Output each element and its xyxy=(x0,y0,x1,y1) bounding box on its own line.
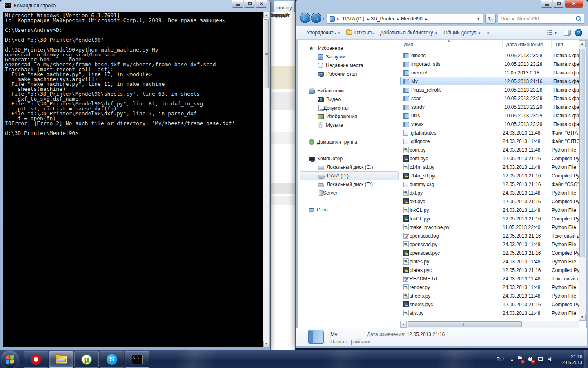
scroll-up-icon[interactable]: ▲ xyxy=(579,40,586,47)
file-row[interactable]: c14n_stl.pyc 12.05.2013 21:16 Compiled P… xyxy=(400,171,579,180)
file-row[interactable]: c14n_stl.py 24.03.2013 11:48 Python File xyxy=(400,163,579,171)
share-button[interactable]: Общий доступ xyxy=(440,28,483,38)
file-row[interactable]: openscad.log 12.05.2013 21:16 Текстовый … xyxy=(400,231,579,240)
scroll-thumb[interactable] xyxy=(579,49,585,257)
history-dropdown-icon[interactable]: ▾ xyxy=(323,17,324,20)
sidebar-item[interactable]: Сеть xyxy=(300,205,399,214)
clock[interactable]: 21:16 12.05.2013 xyxy=(558,354,582,365)
file-row[interactable]: stls.py 24.03.2013 11:48 Python File xyxy=(400,309,579,317)
cmd-titlebar[interactable]: Командная строка xyxy=(4,3,56,9)
file-row[interactable]: sheets.py 24.03.2013 11:48 Python File xyxy=(400,292,579,300)
more-commands-button[interactable]: » xyxy=(483,28,493,38)
taskbar-explorer-button[interactable] xyxy=(49,351,74,368)
address-dropdown-icon[interactable]: ▼ xyxy=(475,17,481,21)
taskbar-cmd-button[interactable] xyxy=(125,351,149,368)
search-input[interactable] xyxy=(498,15,575,23)
sidebar-item[interactable]: Изображения xyxy=(300,112,399,121)
sidebar-item[interactable]: Избранное xyxy=(300,44,399,52)
sidebar-item[interactable]: Музыка xyxy=(300,121,399,129)
sidebar-item[interactable]: Компьютер xyxy=(300,154,399,163)
taskbar-utorrent-button[interactable]: µ xyxy=(74,351,99,368)
file-row[interactable]: .gitattributes 24.03.2013 11:48 Файл "GI… xyxy=(400,128,579,137)
breadcrumb[interactable]: DATA (D:) xyxy=(342,15,370,23)
console-output[interactable]: Microsoft Windows [Version 6.1.7601] (c)… xyxy=(3,12,264,347)
column-header-type[interactable]: Тип xyxy=(552,40,579,49)
forward-button[interactable]: → xyxy=(311,13,321,23)
background-tab-summary[interactable]: mmary xyxy=(274,1,295,12)
start-button[interactable] xyxy=(1,351,18,368)
sidebar-item[interactable]: Домашняя группа xyxy=(300,137,399,146)
file-row[interactable]: openscad.pyc 12.05.2013 21:16 Compiled P… xyxy=(400,249,579,257)
file-row[interactable]: dibond 10.05.2013 23:28 Папка с файлами xyxy=(400,51,579,60)
sidebar-item[interactable]: DATA (D:) xyxy=(300,171,399,180)
open-button[interactable]: Открыть xyxy=(343,28,377,38)
console-scrollbar[interactable]: ▲ ▼ xyxy=(263,12,269,347)
file-row[interactable]: plates.py 24.03.2013 11:48 Python File xyxy=(400,257,579,266)
taskbar-opera-button[interactable] xyxy=(24,351,48,368)
action-center-flag-icon[interactable]: ✕ xyxy=(517,356,524,363)
scroll-down-icon[interactable]: ▼ xyxy=(263,341,269,347)
file-row[interactable]: scad 10.05.2013 23:29 Папка с файлами xyxy=(400,94,579,103)
maximize-button[interactable] xyxy=(244,0,255,8)
file-row[interactable]: dxf.pyc 12.05.2013 21:16 Compiled Python… xyxy=(400,197,579,206)
organize-button[interactable]: Упорядочить xyxy=(303,28,343,38)
close-button[interactable]: ✕ xyxy=(256,0,267,8)
file-row[interactable]: dxf.py 24.03.2013 11:48 Python File xyxy=(400,188,579,197)
file-row[interactable]: plates.pyc 12.05.2013 21:16 Compiled Pyt… xyxy=(400,266,579,274)
preview-pane-button[interactable] xyxy=(564,30,571,36)
show-desktop-button[interactable] xyxy=(584,350,588,368)
close-button[interactable]: ✕ xyxy=(565,0,583,8)
file-row[interactable]: Prusa_retrofit 10.05.2013 23:28 Папка с … xyxy=(400,85,579,94)
search-icon[interactable] xyxy=(575,16,581,22)
show-hidden-icons-icon[interactable]: ▲ xyxy=(510,358,514,361)
sidebar-item[interactable]: Библиотеки xyxy=(300,86,399,95)
column-header-date[interactable]: Дата изменения xyxy=(503,40,552,49)
back-button[interactable]: ← xyxy=(300,13,310,23)
minimize-button[interactable] xyxy=(541,0,552,8)
file-row[interactable]: dummy.csg 12.05.2013 21:16 Файл "CSG" xyxy=(400,180,579,188)
breadcrumb[interactable]: 3D_Printer xyxy=(370,15,400,23)
scroll-right-icon[interactable]: ▸ xyxy=(400,321,407,328)
file-row[interactable]: .gitignore 24.03.2013 11:48 Файл "GITIGN… xyxy=(400,137,579,146)
file-row[interactable]: InkCL.py 24.03.2013 11:48 Python File xyxy=(400,206,579,214)
column-header-name[interactable]: Имя xyxy=(400,40,503,49)
file-row[interactable]: InkCL.pyc 12.05.2013 21:16 Compiled Pyth… xyxy=(400,214,579,223)
volume-icon[interactable] xyxy=(548,356,555,363)
scroll-down-icon[interactable]: ▼ xyxy=(579,314,586,321)
horizontal-scrollbar[interactable]: ◂ ▸ xyxy=(400,321,579,328)
file-row[interactable]: bom.pyc 12.05.2013 21:16 Compiled Python… xyxy=(400,154,579,163)
sidebar-item[interactable]: Документы xyxy=(300,103,399,112)
file-row[interactable]: make_machine.py 11.05.2013 22:40 Python … xyxy=(400,223,579,231)
maximize-button[interactable] xyxy=(553,0,564,8)
network-icon[interactable] xyxy=(538,356,544,363)
refresh-button[interactable]: ↻ xyxy=(485,14,496,24)
help-button[interactable]: ? xyxy=(575,29,582,36)
file-row[interactable]: sturdy 10.05.2013 23:29 Папка с файлами xyxy=(400,103,579,111)
scroll-thumb[interactable] xyxy=(408,321,522,327)
taskbar-skype-button[interactable]: S xyxy=(100,351,124,368)
file-row[interactable]: imported_stls 10.05.2013 23:28 Папка с ф… xyxy=(400,60,579,68)
file-row[interactable]: README.txt 24.03.2013 11:48 Текстовый до… xyxy=(400,274,579,283)
breadcrumb[interactable]: Mendel90 xyxy=(400,15,428,23)
console-scroll-thumb[interactable] xyxy=(264,19,269,88)
add-to-library-button[interactable]: Добавить в библиотеку xyxy=(377,28,440,38)
sidebar-item[interactable]: Рабочий стол xyxy=(300,70,399,78)
language-indicator[interactable]: RU xyxy=(497,357,507,362)
address-bar[interactable]: « DATA (D:) 3D_Printer Mendel90 ▼ xyxy=(327,14,483,24)
file-row[interactable]: views 10.05.2013 23:29 Папка с файлами xyxy=(400,120,579,128)
file-row[interactable]: openscad.py 24.03.2013 11:48 Python File xyxy=(400,240,579,249)
file-row[interactable]: utils 10.05.2013 23:29 Папка с файлами xyxy=(400,111,579,120)
change-view-button[interactable]: ▾ xyxy=(543,28,560,37)
sidebar-item[interactable]: Локальный диск (E:) xyxy=(300,180,399,188)
file-row[interactable]: My 12.05.2013 21:16 Папка с файлами xyxy=(400,77,579,85)
file-row[interactable]: mendel 11.05.2013 0:18 Папка с файлами xyxy=(400,68,579,77)
power-plug-icon[interactable]: ✕ xyxy=(528,356,534,363)
file-row[interactable]: bom.py 24.03.2013 11:48 Python File xyxy=(400,146,579,154)
file-row[interactable]: render.py 24.03.2013 11:48 Python File xyxy=(400,283,579,292)
vertical-scrollbar[interactable]: ▲ ▼ xyxy=(579,40,586,321)
sidebar-item[interactable]: Загрузки xyxy=(300,52,399,61)
file-row[interactable]: sheets.pyc 12.05.2013 21:16 Compiled Pyt… xyxy=(400,300,579,309)
sidebar-item[interactable]: Локальный диск (C:) xyxy=(300,163,399,171)
collapsed-crumbs-icon[interactable]: « xyxy=(337,16,340,22)
minimize-button[interactable] xyxy=(232,0,243,8)
